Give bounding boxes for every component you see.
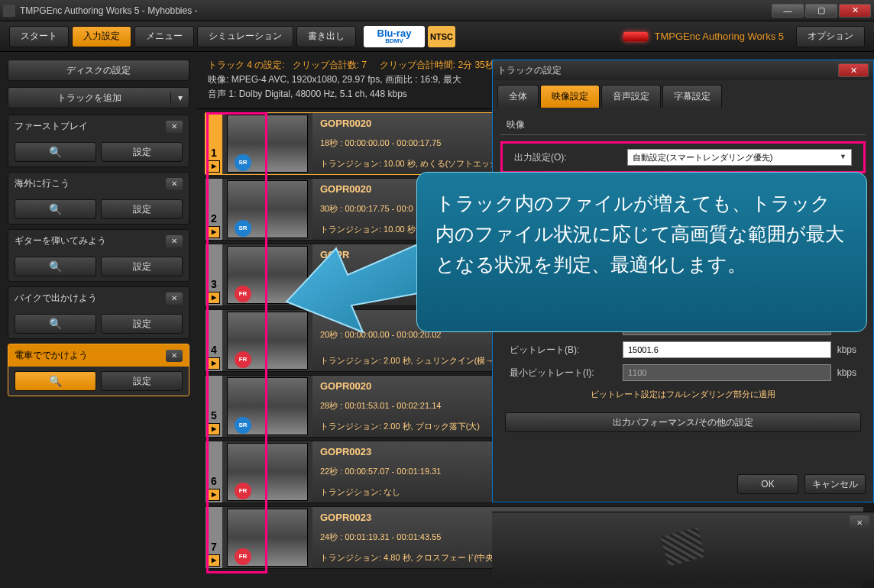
ntsc-badge: NTSC <box>428 26 455 47</box>
play-icon[interactable]: ▶ <box>208 292 220 304</box>
render-badge: FR <box>235 286 251 302</box>
titlebar: TMPGEnc Authoring Works 5 - Myhobbies - … <box>0 0 874 21</box>
sidebar-track-item[interactable]: 電車ででかけよう✕🔍設定 <box>8 344 189 396</box>
format-indicator: Blu-rayBDMV NTSC <box>364 26 455 47</box>
render-badge: SR <box>235 220 251 237</box>
render-badge: SR <box>235 417 251 434</box>
track-settings-button[interactable]: 設定 <box>101 142 183 162</box>
track-close-button[interactable]: ✕ <box>166 178 183 190</box>
preview-close-button[interactable]: ✕ <box>850 515 869 529</box>
section-video: 映像 <box>500 115 866 135</box>
bitrate-label: ビットレート(B): <box>510 344 617 357</box>
tab-subtitle-settings[interactable]: 字幕設定 <box>662 85 722 108</box>
clip-thumbnail: FR <box>222 441 312 502</box>
brand-label: TMPGEnc Authoring Works 5 <box>623 31 784 42</box>
clip-number: 3▶ <box>206 244 222 305</box>
clip-number: 6▶ <box>206 441 222 502</box>
bitrate-hint: ビットレート設定はフルレンダリング部分に適用 <box>500 384 866 405</box>
search-icon[interactable]: 🔍 <box>15 142 96 162</box>
status-led <box>623 32 648 41</box>
maximize-button[interactable]: ▢ <box>805 4 837 18</box>
clip-thumbnail: SR <box>222 113 312 174</box>
track-settings-button[interactable]: 設定 <box>101 314 183 334</box>
search-icon[interactable]: 🔍 <box>15 371 96 391</box>
callout-annotation: トラック内のファイルが増えても、トラック内のファイル状況に応じて高画質な範囲が最… <box>416 172 867 332</box>
clip-thumbnail: FR <box>222 507 312 568</box>
close-button[interactable]: ✕ <box>839 4 871 18</box>
tab-write[interactable]: 書き出し <box>296 26 356 47</box>
tab-start[interactable]: スタート <box>9 26 69 47</box>
sidebar-track-item[interactable]: バイクで出かけよう✕🔍設定 <box>8 286 189 339</box>
tab-audio-settings[interactable]: 音声設定 <box>601 85 661 108</box>
preview-panel: ✕ <box>492 512 874 580</box>
sidebar-track-item[interactable]: 海外に行こう✕🔍設定 <box>8 172 189 225</box>
render-badge: SR <box>235 154 251 171</box>
arrow-annotation <box>283 237 435 336</box>
clip-number: 1▶ <box>206 113 222 174</box>
play-icon[interactable]: ▶ <box>208 357 220 370</box>
play-icon[interactable]: ▶ <box>208 489 220 501</box>
dialog-titlebar: トラックの設定 ✕ <box>493 60 873 80</box>
play-icon[interactable]: ▶ <box>208 423 220 435</box>
svg-marker-0 <box>286 237 435 332</box>
render-badge: FR <box>235 483 251 499</box>
track-close-button[interactable]: ✕ <box>166 350 183 362</box>
bluray-logo: Blu-rayBDMV <box>364 26 425 47</box>
tab-simulation[interactable]: シミュレーション <box>197 26 293 47</box>
track-close-button[interactable]: ✕ <box>166 292 183 305</box>
tab-video-settings[interactable]: 映像設定 <box>540 85 600 108</box>
main-toolbar: スタート 入力設定 メニュー シミュレーション 書き出し Blu-rayBDMV… <box>0 21 874 52</box>
dialog-close-button[interactable]: ✕ <box>838 63 869 77</box>
search-icon[interactable]: 🔍 <box>15 199 96 219</box>
track-close-button[interactable]: ✕ <box>166 235 183 247</box>
track-close-button[interactable]: ✕ <box>166 121 183 133</box>
add-track-button[interactable]: トラックを追加 ▾ <box>8 87 189 108</box>
clip-number: 4▶ <box>206 310 222 371</box>
disc-settings-button[interactable]: ディスクの設定 <box>8 60 189 81</box>
sidebar: ディスクの設定 トラックを追加 ▾ ファーストプレイ✕🔍設定海外に行こう✕🔍設定… <box>0 52 197 588</box>
options-button[interactable]: オプション <box>796 26 865 47</box>
clip-number: 2▶ <box>206 179 222 240</box>
track-settings-button[interactable]: 設定 <box>101 257 183 276</box>
min-bitrate-field: 1100 <box>623 364 831 381</box>
tab-all[interactable]: 全体 <box>497 85 539 108</box>
sidebar-track-item[interactable]: ファーストプレイ✕🔍設定 <box>8 115 189 167</box>
search-icon[interactable]: 🔍 <box>15 257 96 276</box>
app-icon <box>3 5 15 17</box>
search-icon[interactable]: 🔍 <box>15 314 96 334</box>
cancel-button[interactable]: キャンセル <box>804 474 866 494</box>
track-settings-button[interactable]: 設定 <box>101 371 183 391</box>
play-icon[interactable]: ▶ <box>208 554 220 567</box>
clip-thumbnail: SR <box>222 376 312 437</box>
highlight-annotation: 出力設定(O): 自動設定(スマートレンダリング優先) <box>500 141 866 173</box>
render-badge: FR <box>235 351 251 368</box>
clip-number: 7▶ <box>206 507 222 568</box>
film-icon <box>661 527 706 567</box>
play-icon[interactable]: ▶ <box>208 160 220 173</box>
clip-thumbnail: SR <box>222 179 312 240</box>
tab-menu[interactable]: メニュー <box>134 26 194 47</box>
min-bitrate-label: 最小ビットレート(I): <box>510 367 617 380</box>
render-badge: FR <box>235 548 251 565</box>
ok-button[interactable]: OK <box>737 474 798 494</box>
play-icon[interactable]: ▶ <box>208 226 220 238</box>
sidebar-track-item[interactable]: ギターを弾いてみよう✕🔍設定 <box>8 229 189 282</box>
clip-number: 5▶ <box>206 376 222 437</box>
minimize-button[interactable]: — <box>772 4 804 18</box>
output-setting-dropdown[interactable]: 自動設定(スマートレンダリング優先) <box>627 149 852 166</box>
output-setting-label: 出力設定(O): <box>514 151 621 164</box>
window-title: TMPGEnc Authoring Works 5 - Myhobbies - <box>20 5 198 16</box>
bitrate-field[interactable]: 15001.6 <box>623 341 831 358</box>
performance-button[interactable]: 出力パフォーマンス/その他の設定 <box>505 412 861 432</box>
track-settings-button[interactable]: 設定 <box>101 199 183 219</box>
chevron-down-icon[interactable]: ▾ <box>170 92 189 103</box>
tab-input[interactable]: 入力設定 <box>72 26 131 47</box>
